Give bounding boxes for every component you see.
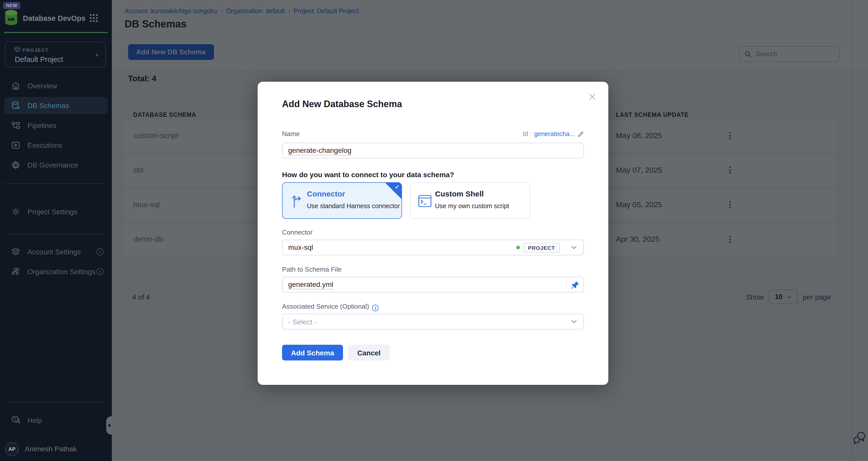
service-placeholder: - Select - <box>288 318 317 326</box>
sidebar: NEW Database DevOps PROJECT Default Proj… <box>0 0 112 461</box>
executions-icon <box>11 141 20 150</box>
module-grid-icon[interactable] <box>89 14 98 22</box>
project-selector[interactable]: PROJECT Default Project › <box>5 42 106 68</box>
connector-select-right: PROJECT <box>516 240 583 255</box>
option-title: Connector <box>307 189 345 198</box>
home-icon <box>11 81 20 90</box>
sidebar-divider <box>4 402 108 402</box>
chevron-down-icon <box>571 320 577 323</box>
sidebar-item-pipelines[interactable]: Pipelines <box>4 117 108 134</box>
app-root: Account: kurosakiichigo.songoku›Organiza… <box>0 0 868 461</box>
close-icon[interactable] <box>588 93 596 101</box>
new-badge: NEW <box>3 2 20 9</box>
pipelines-icon <box>11 121 20 130</box>
database-devops-logo-icon[interactable] <box>4 10 19 25</box>
name-input-value: generate-changelog <box>288 146 351 155</box>
sidebar-divider <box>4 183 108 184</box>
sidebar-item-account-settings[interactable]: Account Settings i <box>4 243 108 260</box>
gear-icon <box>11 207 20 216</box>
governance-gear-icon <box>11 160 20 170</box>
sidebar-item-project-settings[interactable]: Project Settings <box>4 203 108 220</box>
svg-text:?: ? <box>14 417 16 421</box>
path-label: Path to Schema File <box>282 266 342 273</box>
collapse-arrow-icon <box>108 423 110 427</box>
pin-icon[interactable] <box>571 281 579 289</box>
sidebar-item-organization-settings[interactable]: Organization Settings i <box>4 263 108 280</box>
sidebar-nav-project: Project Settings <box>4 203 108 223</box>
id-value-link[interactable]: generatecha... <box>534 130 575 138</box>
option-custom-shell[interactable]: Custom Shell Use my own custom script <box>410 182 530 219</box>
product-title: Database DevOps <box>23 14 86 22</box>
sidebar-item-db-governance[interactable]: DB Governance <box>4 156 108 174</box>
service-label: Associated Service (Optional)i <box>282 303 379 311</box>
path-input[interactable]: generated.yml <box>282 277 584 292</box>
chevron-down-icon <box>571 246 577 249</box>
brand-divider <box>4 32 108 33</box>
name-input[interactable]: generate-changelog <box>282 143 584 158</box>
option-connector[interactable]: Connector Use standard Harness connector… <box>282 182 402 219</box>
option-title: Custom Shell <box>435 189 484 198</box>
id-label: Id : <box>523 130 532 138</box>
db-schema-icon <box>11 101 20 110</box>
org-settings-icon <box>11 267 20 276</box>
project-selector-value: Default Project <box>15 55 63 63</box>
option-subtitle: Use standard Harness connector <box>307 203 400 210</box>
sidebar-item-overview[interactable]: Overview <box>4 77 108 94</box>
add-schema-modal: Add New Database Schema Name Id : genera… <box>258 82 608 385</box>
input-divider <box>566 280 567 289</box>
modal-title: Add New Database Schema <box>282 99 402 110</box>
add-schema-button[interactable]: Add Schema <box>282 345 343 360</box>
sidebar-item-db-schemas[interactable]: DB Schemas <box>4 97 108 114</box>
sidebar-divider <box>4 234 108 234</box>
avatar: AP <box>5 442 19 456</box>
terminal-icon <box>418 195 431 207</box>
sidebar-nav: Overview DB Schemas Pipelines Executions… <box>4 77 108 176</box>
help-button[interactable]: ? Help <box>4 412 108 429</box>
help-chat-icon: ? <box>11 416 20 425</box>
edit-pencil-icon[interactable] <box>577 131 584 137</box>
user-name: Animesh Pathak <box>25 445 77 453</box>
service-select-right <box>560 314 583 329</box>
chevron-right-icon: › <box>96 51 98 58</box>
check-icon: ✓ <box>395 184 399 190</box>
project-selector-label: PROJECT <box>22 47 49 53</box>
status-dot-icon <box>516 246 520 249</box>
sidebar-collapse-handle[interactable] <box>106 416 112 435</box>
info-icon: i <box>97 268 104 275</box>
connector-branch-icon <box>290 193 303 209</box>
help-label: Help <box>27 416 42 424</box>
user-profile[interactable]: AP Animesh Pathak <box>5 441 108 456</box>
path-input-value: generated.yml <box>288 280 333 289</box>
cancel-button[interactable]: Cancel <box>348 345 390 360</box>
sidebar-nav-account: Account Settings i Organization Settings… <box>4 243 108 283</box>
option-subtitle: Use my own custom script <box>435 203 509 210</box>
cube-icon <box>14 46 20 52</box>
connector-select[interactable]: mux-sql PROJECT <box>282 240 584 255</box>
layers-icon <box>11 247 20 256</box>
info-icon: i <box>97 248 104 255</box>
sidebar-item-executions[interactable]: Executions <box>4 137 108 154</box>
name-label: Name <box>282 130 300 138</box>
info-icon[interactable]: i <box>372 305 379 311</box>
connector-label: Connector <box>282 228 313 236</box>
id-row: Id : generatecha... <box>523 130 584 138</box>
scope-badge: PROJECT <box>523 242 560 253</box>
connector-value: mux-sql <box>288 243 313 252</box>
connect-question: How do you want to connect to your data … <box>282 171 454 179</box>
service-select[interactable]: - Select - <box>282 314 584 330</box>
